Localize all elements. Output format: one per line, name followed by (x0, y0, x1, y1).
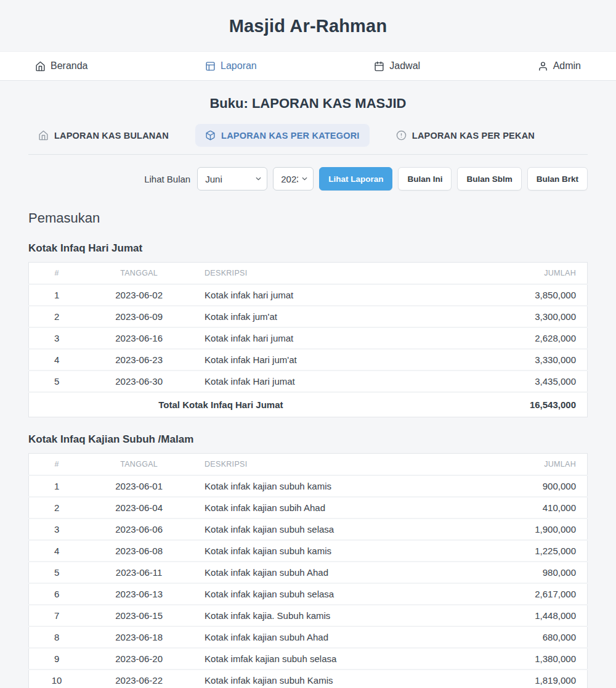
table-cell: Kotak infak Hari jum'at (193, 349, 431, 371)
table-cell: 4 (29, 349, 85, 371)
table-row: 52023-06-11Kotak infak kajian subuh Ahad… (29, 562, 588, 583)
report-table-icon (205, 61, 216, 72)
bulan-ini-button[interactable]: Bulan Ini (398, 167, 452, 190)
table-row: 12023-06-02Kotak infak hari jumat3,850,0… (29, 284, 588, 306)
nav-label: Laporan (221, 60, 257, 72)
table-cell: 3,435,000 (431, 371, 588, 392)
table-cell: Kotak infak kajian subuh selasa (193, 518, 431, 540)
column-header: JUMLAH (431, 263, 588, 285)
table-cell: Kotak infak kajian subuh kamis (193, 540, 431, 562)
table-cell: 1,225,000 (431, 540, 588, 562)
table-header-row: #TANGGALDESKRIPSIJUMLAH (29, 263, 588, 285)
table-cell: 2023-06-16 (84, 327, 193, 349)
nav-item-admin[interactable]: Admin (538, 60, 581, 72)
tab-laporan-kas-per-kategori[interactable]: LAPORAN KAS PER KATEGORI (195, 124, 369, 147)
table-cell: Kotak infak kajia. Subuh kamis (193, 605, 431, 626)
table-cell: 2023-06-11 (84, 562, 193, 583)
month-select[interactable]: Juni (197, 167, 267, 190)
home-icon (38, 130, 49, 141)
table-cell: 410,000 (431, 497, 588, 518)
tab-laporan-kas-per-pekan[interactable]: LAPORAN KAS PER PEKAN (386, 124, 545, 147)
table-cell: 2 (29, 306, 85, 327)
calendar-icon (374, 61, 384, 72)
table-cell: Kotak infak kajian subih Ahad (193, 497, 431, 518)
table-cell: 900,000 (431, 475, 588, 497)
nav-item-laporan[interactable]: Laporan (205, 60, 257, 72)
column-header: TANGGAL (84, 454, 193, 476)
table-row: 92023-06-20Kotak imfak kajian subuh sela… (29, 648, 588, 670)
table-row: 22023-06-09Kotak infak jum'at3,300,000 (29, 306, 588, 327)
section-title-pemasukan: Pemasukan (28, 210, 588, 226)
nav-item-beranda[interactable]: Beranda (35, 60, 88, 72)
table-cell: 2023-06-22 (84, 670, 193, 688)
table-cell: 3,300,000 (431, 306, 588, 327)
table-cell: 2023-06-20 (84, 648, 193, 670)
table-cell: 2023-06-13 (84, 583, 193, 605)
table-cell: Kotak infak hari jumat (193, 327, 431, 349)
table-cell: 3,330,000 (431, 349, 588, 371)
table-cell: 2023-06-15 (84, 605, 193, 626)
column-header: TANGGAL (84, 263, 193, 285)
table-cell: 1 (29, 284, 85, 306)
table-cell: 3 (29, 518, 85, 540)
table-cell: 1,448,000 (431, 605, 588, 626)
table-header-row: #TANGGALDESKRIPSIJUMLAH (29, 454, 588, 476)
report-page: Buku: LAPORAN KAS MASJID LAPORAN KAS BUL… (28, 96, 588, 688)
table-cell: Kotak infak jum'at (193, 306, 431, 327)
year-select-wrap: 2023 (273, 167, 314, 190)
table-cell: 1,900,000 (431, 518, 588, 540)
table-title: Kotak Infaq Hari Jumat (28, 242, 588, 255)
tab-label: LAPORAN KAS BULANAN (54, 131, 169, 141)
table-cell: 3,850,000 (431, 284, 588, 306)
table-cell: 6 (29, 583, 85, 605)
table-cell: 2023-06-18 (84, 626, 193, 648)
table-cell: 2,617,000 (431, 583, 588, 605)
table-cell: Kotak infak hari jumat (193, 284, 431, 306)
alert-circle-icon (396, 130, 407, 141)
table-row: 72023-06-15Kotak infak kajia. Subuh kami… (29, 605, 588, 626)
table-cell: 2023-06-04 (84, 497, 193, 518)
tab-label: LAPORAN KAS PER KATEGORI (221, 131, 359, 141)
table-cell: 9 (29, 648, 85, 670)
tab-label: LAPORAN KAS PER PEKAN (412, 131, 535, 141)
kas-table: #TANGGALDESKRIPSIJUMLAH12023-06-02Kotak … (28, 262, 588, 417)
table-row: 82023-06-18Kotak infak kajian subuh Ahad… (29, 626, 588, 648)
table-cell: 8 (29, 626, 85, 648)
month-select-wrap: Juni (197, 167, 267, 190)
table-cell: 4 (29, 540, 85, 562)
table-cell: Kotak imfak kajian subuh selasa (193, 648, 431, 670)
site-title: Masjid Ar-Rahman (0, 16, 616, 36)
table-cell: 980,000 (431, 562, 588, 583)
table-cell: Kotak infak kajian subuh Ahad (193, 562, 431, 583)
nav-label: Jadwal (389, 60, 420, 72)
table-cell: 1,380,000 (431, 648, 588, 670)
user-icon (538, 61, 548, 72)
column-header: DESKRIPSI (193, 454, 431, 476)
tables-container: Kotak Infaq Hari Jumat#TANGGALDESKRIPSIJ… (28, 242, 588, 688)
tab-laporan-kas-bulanan[interactable]: LAPORAN KAS BULANAN (28, 124, 179, 147)
home-icon (35, 61, 46, 72)
column-header: # (29, 454, 85, 476)
report-tabs: LAPORAN KAS BULANAN LAPORAN KAS PER KATE… (28, 124, 588, 147)
table-row: 32023-06-06Kotak infak kajian subuh sela… (29, 518, 588, 540)
table-cell: 2023-06-23 (84, 349, 193, 371)
column-header: JUMLAH (431, 454, 588, 476)
site-header: Masjid Ar-Rahman (0, 0, 616, 51)
table-cell: 2023-06-06 (84, 518, 193, 540)
table-row: 32023-06-16Kotak infak hari jumat2,628,0… (29, 327, 588, 349)
table-cell: 7 (29, 605, 85, 626)
box-icon (205, 130, 216, 141)
kas-table: #TANGGALDESKRIPSIJUMLAH12023-06-01Kotak … (28, 453, 588, 688)
bulan-sblm-button[interactable]: Bulan Sblm (457, 167, 521, 190)
year-select[interactable]: 2023 (273, 167, 314, 190)
bulan-brkt-button[interactable]: Bulan Brkt (527, 167, 588, 190)
column-header: # (29, 263, 85, 285)
table-total-row: Total Kotak Infaq Hari Jumat16,543,000 (29, 392, 588, 417)
column-header: DESKRIPSI (193, 263, 431, 285)
table-row: 12023-06-01Kotak infak kajian subuh kami… (29, 475, 588, 497)
lihat-laporan-button[interactable]: Lihat Laporan (319, 167, 392, 190)
nav-label: Beranda (51, 60, 88, 72)
table-cell: 2023-06-08 (84, 540, 193, 562)
table-cell: 2023-06-02 (84, 284, 193, 306)
nav-item-jadwal[interactable]: Jadwal (374, 60, 420, 72)
